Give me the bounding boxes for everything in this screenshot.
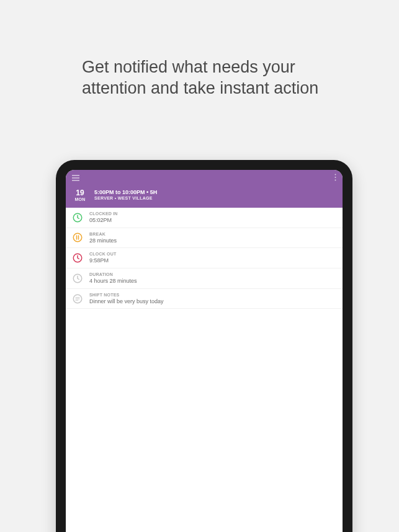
row-text: SHIFT NOTES Dinner will be very busy tod… [89, 293, 336, 305]
shift-date-number: 19 [72, 189, 88, 197]
row-label: CLOCKED IN [89, 211, 336, 216]
tablet-frame: 19 MON 5:00PM to 10:00PM • 5H SERVER • W… [56, 160, 352, 532]
clock-icon [72, 252, 83, 264]
row-value: 4 hours 28 minutes [89, 278, 336, 285]
shift-role-location: SERVER • WEST VILLAGE [94, 196, 336, 201]
tablet-screen: 19 MON 5:00PM to 10:00PM • 5H SERVER • W… [66, 170, 343, 532]
shift-info: 5:00PM to 10:00PM • 5H SERVER • WEST VIL… [94, 189, 336, 201]
shift-banner: 19 MON 5:00PM to 10:00PM • 5H SERVER • W… [66, 186, 343, 208]
row-text: CLOCK OUT 9:58PM [89, 252, 336, 264]
row-label: CLOCK OUT [89, 252, 336, 257]
kebab-menu-icon[interactable] [334, 172, 336, 184]
clock-out-row[interactable]: CLOCK OUT 9:58PM [66, 248, 343, 268]
svg-point-1 [335, 177, 336, 178]
clock-icon [72, 212, 83, 223]
app-header [66, 170, 343, 186]
row-value: 05:02PM [89, 217, 336, 224]
clocked-in-row[interactable]: CLOCKED IN 05:02PM [66, 208, 343, 228]
hamburger-menu-icon[interactable] [72, 172, 79, 184]
pause-icon [72, 232, 83, 243]
svg-point-4 [73, 234, 82, 242]
clock-icon [72, 273, 83, 284]
details-list: CLOCKED IN 05:02PM BREAK 28 minutes [66, 208, 343, 532]
shift-date-day: MON [72, 197, 88, 202]
shift-time-range: 5:00PM to 10:00PM • 5H [94, 189, 336, 196]
page-headline: Get notified what needs your attention a… [82, 57, 362, 99]
shift-date: 19 MON [72, 189, 88, 202]
duration-row[interactable]: DURATION 4 hours 28 minutes [66, 268, 343, 289]
svg-point-0 [335, 174, 336, 175]
row-text: CLOCKED IN 05:02PM [89, 211, 336, 224]
svg-point-2 [335, 180, 336, 181]
note-icon [72, 293, 83, 304]
row-label: SHIFT NOTES [89, 293, 336, 298]
row-text: DURATION 4 hours 28 minutes [89, 272, 336, 285]
row-text: BREAK 28 minutes [89, 232, 336, 244]
row-label: DURATION [89, 272, 336, 277]
row-value: 9:58PM [89, 257, 336, 264]
shift-notes-row[interactable]: SHIFT NOTES Dinner will be very busy tod… [66, 289, 343, 309]
break-row[interactable]: BREAK 28 minutes [66, 228, 343, 249]
row-value: 28 minutes [89, 237, 336, 244]
row-label: BREAK [89, 232, 336, 237]
row-value: Dinner will be very busy today [89, 298, 336, 305]
